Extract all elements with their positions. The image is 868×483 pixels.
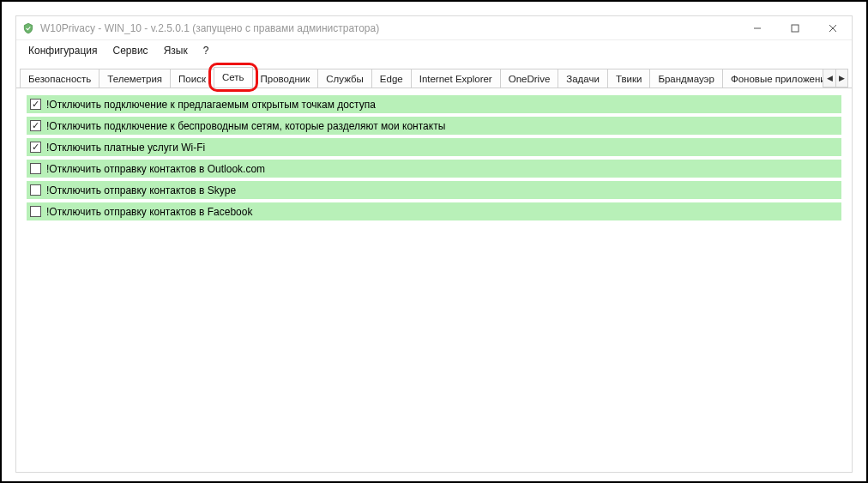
tab-9[interactable]: Задачи xyxy=(558,69,608,88)
tab-12[interactable]: Фоновые приложения xyxy=(722,69,823,88)
screenshot-frame: W10Privacy - WIN_10 - v.2.5.0.1 (запущен… xyxy=(0,0,868,483)
tab-11[interactable]: Брандмауэр xyxy=(649,69,722,88)
menubar: Конфигурация Сервис Язык ? xyxy=(16,40,852,61)
window-title: W10Privacy - WIN_10 - v.2.5.0.1 (запущен… xyxy=(40,22,738,34)
option-checkbox[interactable] xyxy=(30,184,41,196)
tab-scroll-right-icon[interactable]: ▶ xyxy=(835,69,847,87)
tab-7[interactable]: Internet Explorer xyxy=(411,69,501,88)
tab-10[interactable]: Твики xyxy=(607,69,651,88)
tab-scroll-left-icon[interactable]: ◀ xyxy=(823,69,835,87)
app-window: W10Privacy - WIN_10 - v.2.5.0.1 (запущен… xyxy=(15,15,853,473)
menu-language[interactable]: Язык xyxy=(157,42,195,59)
menu-configuration[interactable]: Конфигурация xyxy=(21,42,105,59)
option-checkbox[interactable] xyxy=(30,163,41,174)
titlebar: W10Privacy - WIN_10 - v.2.5.0.1 (запущен… xyxy=(16,16,852,40)
option-checkbox[interactable]: ✓ xyxy=(30,120,41,131)
option-label: !Отключить подключение к беспроводным се… xyxy=(46,120,445,132)
menu-help[interactable]: ? xyxy=(196,42,216,59)
tab-content: ✓!Отключить подключение к предлагаемым о… xyxy=(16,88,852,472)
option-row: !Отключить отправку контактов в Outlook.… xyxy=(27,160,841,178)
tab-2[interactable]: Поиск xyxy=(170,69,214,88)
menu-service[interactable]: Сервис xyxy=(106,42,155,59)
tab-4[interactable]: Проводник xyxy=(252,69,319,88)
option-checkbox[interactable]: ✓ xyxy=(30,99,41,110)
tab-scroll: ◀ ▶ xyxy=(823,69,848,88)
option-row: ✓!Отключить подключение к предлагаемым о… xyxy=(27,95,841,113)
maximize-button[interactable] xyxy=(776,16,814,39)
svg-rect-1 xyxy=(792,25,799,32)
tab-0[interactable]: Безопасность xyxy=(20,69,99,88)
option-label: !Отключить отправку контактов в Outlook.… xyxy=(46,163,265,175)
option-checkbox[interactable] xyxy=(30,206,41,217)
tab-5[interactable]: Службы xyxy=(317,69,372,88)
minimize-button[interactable] xyxy=(738,16,776,39)
tab-3[interactable]: Сеть xyxy=(214,67,253,88)
option-row: ✓!Отключить платные услуги Wi-Fi xyxy=(27,138,841,156)
option-row: ✓!Отключить подключение к беспроводным с… xyxy=(27,117,841,135)
option-label: !Отключить подключение к предлагаемым от… xyxy=(46,99,376,111)
option-row: !Отключить отправку контактов в Skype xyxy=(27,181,841,199)
option-row: !Отключить отправку контактов в Facebook xyxy=(27,202,841,220)
option-label: !Отключить отправку контактов в Facebook xyxy=(46,206,252,218)
option-label: !Отключить отправку контактов в Skype xyxy=(46,184,236,196)
close-button[interactable] xyxy=(814,16,852,39)
app-shield-icon xyxy=(21,21,35,35)
tabstrip: БезопасностьТелеметрияПоискСетьПроводник… xyxy=(16,66,852,88)
tab-1[interactable]: Телеметрия xyxy=(99,69,171,88)
window-controls xyxy=(738,16,852,39)
tab-6[interactable]: Edge xyxy=(371,69,412,88)
tab-8[interactable]: OneDrive xyxy=(500,69,559,88)
option-checkbox[interactable]: ✓ xyxy=(30,142,41,153)
option-label: !Отключить платные услуги Wi-Fi xyxy=(46,142,205,154)
